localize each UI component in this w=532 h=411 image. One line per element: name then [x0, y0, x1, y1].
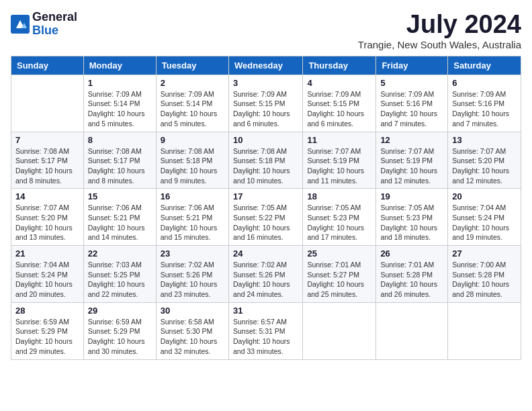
calendar-cell: 8Sunrise: 7:08 AMSunset: 5:17 PMDaylight… — [83, 132, 156, 189]
day-number: 27 — [452, 248, 517, 259]
calendar-cell: 30Sunrise: 6:58 AMSunset: 5:30 PMDayligh… — [156, 302, 228, 359]
weekday-header-saturday: Saturday — [448, 56, 521, 75]
calendar-cell: 4Sunrise: 7:09 AMSunset: 5:15 PMDaylight… — [303, 75, 376, 132]
calendar-week-1: 1Sunrise: 7:09 AMSunset: 5:14 PMDaylight… — [11, 75, 521, 132]
day-number: 3 — [233, 78, 298, 88]
day-number: 26 — [380, 248, 443, 259]
day-number: 5 — [380, 78, 443, 88]
day-info: Sunrise: 7:08 AMSunset: 5:17 PMDaylight:… — [15, 146, 79, 186]
day-info: Sunrise: 7:08 AMSunset: 5:17 PMDaylight:… — [88, 146, 152, 186]
day-number: 9 — [161, 135, 224, 145]
day-number: 10 — [233, 135, 298, 145]
day-info: Sunrise: 7:04 AMSunset: 5:24 PMDaylight:… — [15, 260, 79, 300]
weekday-header-wednesday: Wednesday — [228, 56, 302, 75]
day-number: 25 — [307, 248, 371, 259]
calendar-cell: 24Sunrise: 7:02 AMSunset: 5:26 PMDayligh… — [228, 246, 302, 303]
day-info: Sunrise: 6:59 AMSunset: 5:29 PMDaylight:… — [15, 317, 79, 357]
calendar-cell: 12Sunrise: 7:07 AMSunset: 5:19 PMDayligh… — [376, 132, 448, 189]
day-number: 12 — [380, 135, 443, 145]
calendar-cell: 18Sunrise: 7:05 AMSunset: 5:23 PMDayligh… — [303, 189, 376, 246]
day-number: 30 — [161, 306, 224, 316]
calendar-cell: 9Sunrise: 7:08 AMSunset: 5:18 PMDaylight… — [156, 132, 228, 189]
logo: General Blue — [11, 11, 77, 38]
day-number: 13 — [452, 135, 517, 145]
calendar-cell: 14Sunrise: 7:07 AMSunset: 5:20 PMDayligh… — [11, 189, 84, 246]
calendar-week-4: 21Sunrise: 7:04 AMSunset: 5:24 PMDayligh… — [11, 246, 521, 303]
calendar-week-3: 14Sunrise: 7:07 AMSunset: 5:20 PMDayligh… — [11, 189, 521, 246]
calendar-cell: 27Sunrise: 7:00 AMSunset: 5:28 PMDayligh… — [448, 246, 521, 303]
weekday-header-row: SundayMondayTuesdayWednesdayThursdayFrid… — [11, 56, 521, 75]
calendar-cell: 1Sunrise: 7:09 AMSunset: 5:14 PMDaylight… — [83, 75, 156, 132]
calendar-cell: 13Sunrise: 7:07 AMSunset: 5:20 PMDayligh… — [448, 132, 521, 189]
day-info: Sunrise: 7:09 AMSunset: 5:14 PMDaylight:… — [88, 89, 152, 129]
calendar-cell: 15Sunrise: 7:06 AMSunset: 5:21 PMDayligh… — [83, 189, 156, 246]
day-info: Sunrise: 7:01 AMSunset: 5:27 PMDaylight:… — [307, 260, 371, 300]
calendar-cell: 6Sunrise: 7:09 AMSunset: 5:16 PMDaylight… — [448, 75, 521, 132]
day-info: Sunrise: 7:09 AMSunset: 5:16 PMDaylight:… — [452, 89, 517, 129]
calendar-cell: 10Sunrise: 7:08 AMSunset: 5:18 PMDayligh… — [228, 132, 302, 189]
day-info: Sunrise: 7:07 AMSunset: 5:19 PMDaylight:… — [307, 146, 371, 186]
day-info: Sunrise: 7:01 AMSunset: 5:28 PMDaylight:… — [380, 260, 443, 300]
day-number: 23 — [161, 248, 224, 259]
day-info: Sunrise: 7:08 AMSunset: 5:18 PMDaylight:… — [161, 146, 224, 186]
logo-icon — [11, 15, 30, 34]
day-number: 20 — [452, 191, 517, 201]
logo-text: General Blue — [32, 11, 77, 38]
calendar-cell: 21Sunrise: 7:04 AMSunset: 5:24 PMDayligh… — [11, 246, 84, 303]
day-info: Sunrise: 7:03 AMSunset: 5:25 PMDaylight:… — [88, 260, 152, 300]
day-info: Sunrise: 7:08 AMSunset: 5:18 PMDaylight:… — [233, 146, 298, 186]
location-title: Trangie, New South Wales, Australia — [358, 39, 521, 50]
day-number: 29 — [88, 306, 152, 316]
calendar-cell: 20Sunrise: 7:04 AMSunset: 5:24 PMDayligh… — [448, 189, 521, 246]
day-info: Sunrise: 6:59 AMSunset: 5:29 PMDaylight:… — [88, 317, 152, 357]
day-number: 16 — [161, 191, 224, 201]
calendar-cell: 17Sunrise: 7:05 AMSunset: 5:22 PMDayligh… — [228, 189, 302, 246]
calendar-cell: 3Sunrise: 7:09 AMSunset: 5:15 PMDaylight… — [228, 75, 302, 132]
day-number: 2 — [161, 78, 224, 88]
day-number: 21 — [15, 248, 79, 259]
day-info: Sunrise: 7:09 AMSunset: 5:15 PMDaylight:… — [307, 89, 371, 129]
calendar-week-2: 7Sunrise: 7:08 AMSunset: 5:17 PMDaylight… — [11, 132, 521, 189]
day-info: Sunrise: 7:05 AMSunset: 5:22 PMDaylight:… — [233, 203, 298, 242]
day-info: Sunrise: 7:02 AMSunset: 5:26 PMDaylight:… — [233, 260, 298, 300]
calendar-cell — [448, 302, 521, 359]
day-number: 19 — [380, 191, 443, 201]
day-number: 1 — [88, 78, 152, 88]
day-number: 15 — [88, 191, 152, 201]
day-number: 6 — [452, 78, 517, 88]
day-info: Sunrise: 6:58 AMSunset: 5:30 PMDaylight:… — [161, 317, 224, 357]
month-title: July 2024 — [358, 11, 521, 39]
day-info: Sunrise: 7:05 AMSunset: 5:23 PMDaylight:… — [307, 203, 371, 242]
day-info: Sunrise: 7:06 AMSunset: 5:21 PMDaylight:… — [161, 203, 224, 242]
day-number: 8 — [88, 135, 152, 145]
calendar-cell: 31Sunrise: 6:57 AMSunset: 5:31 PMDayligh… — [228, 302, 302, 359]
calendar-cell: 22Sunrise: 7:03 AMSunset: 5:25 PMDayligh… — [83, 246, 156, 303]
calendar-cell — [376, 302, 448, 359]
calendar-cell — [11, 75, 84, 132]
day-number: 17 — [233, 191, 298, 201]
weekday-header-friday: Friday — [376, 56, 448, 75]
calendar-table: SundayMondayTuesdayWednesdayThursdayFrid… — [11, 56, 521, 360]
day-number: 18 — [307, 191, 371, 201]
calendar-cell: 29Sunrise: 6:59 AMSunset: 5:29 PMDayligh… — [83, 302, 156, 359]
day-info: Sunrise: 7:06 AMSunset: 5:21 PMDaylight:… — [88, 203, 152, 242]
day-number: 31 — [233, 306, 298, 316]
weekday-header-monday: Monday — [83, 56, 156, 75]
day-info: Sunrise: 7:07 AMSunset: 5:20 PMDaylight:… — [15, 203, 79, 242]
day-number: 11 — [307, 135, 371, 145]
day-number: 14 — [15, 191, 79, 201]
day-number: 7 — [15, 135, 79, 145]
calendar-cell: 23Sunrise: 7:02 AMSunset: 5:26 PMDayligh… — [156, 246, 228, 303]
page-header: General Blue July 2024 Trangie, New Sout… — [11, 11, 521, 50]
calendar-cell — [303, 302, 376, 359]
calendar-cell: 7Sunrise: 7:08 AMSunset: 5:17 PMDaylight… — [11, 132, 84, 189]
day-number: 22 — [88, 248, 152, 259]
calendar-week-5: 28Sunrise: 6:59 AMSunset: 5:29 PMDayligh… — [11, 302, 521, 359]
day-info: Sunrise: 7:07 AMSunset: 5:20 PMDaylight:… — [452, 146, 517, 186]
day-info: Sunrise: 6:57 AMSunset: 5:31 PMDaylight:… — [233, 317, 298, 357]
day-number: 4 — [307, 78, 371, 88]
calendar-cell: 26Sunrise: 7:01 AMSunset: 5:28 PMDayligh… — [376, 246, 448, 303]
calendar-cell: 25Sunrise: 7:01 AMSunset: 5:27 PMDayligh… — [303, 246, 376, 303]
day-info: Sunrise: 7:00 AMSunset: 5:28 PMDaylight:… — [452, 260, 517, 300]
day-number: 28 — [15, 306, 79, 316]
